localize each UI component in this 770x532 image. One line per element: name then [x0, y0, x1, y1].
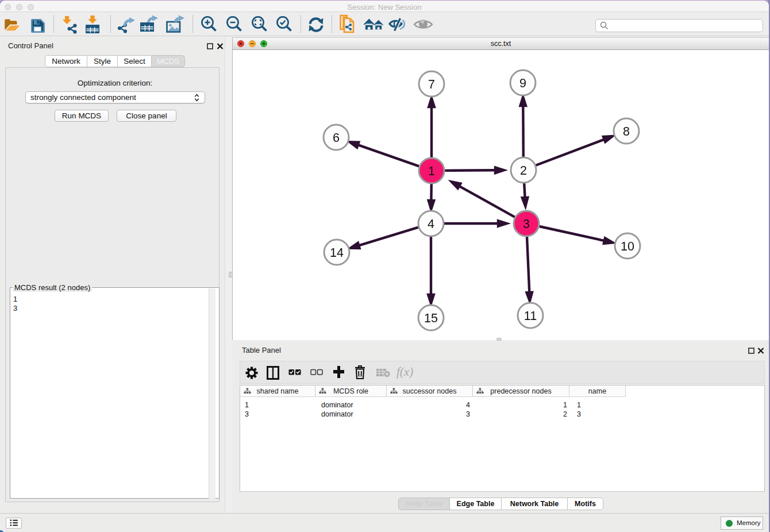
svg-text:7: 7: [428, 78, 435, 91]
svg-text:9: 9: [519, 76, 526, 90]
svg-text:1: 1: [428, 164, 435, 178]
svg-text:2: 2: [520, 164, 527, 178]
svg-text:6: 6: [333, 131, 340, 145]
svg-text:10: 10: [621, 240, 634, 253]
svg-text:11: 11: [524, 309, 537, 323]
svg-text:15: 15: [424, 311, 438, 325]
svg-text:4: 4: [428, 217, 434, 231]
svg-text:8: 8: [623, 125, 630, 138]
svg-text:3: 3: [523, 217, 530, 231]
svg-text:14: 14: [330, 246, 344, 260]
